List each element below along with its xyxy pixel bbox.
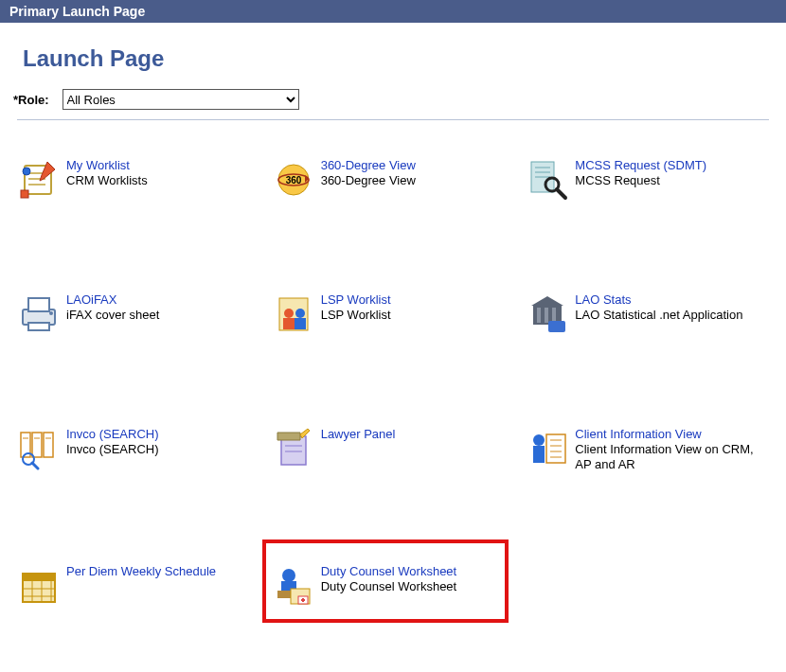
svg-line-39 (32, 463, 38, 469)
tile-text: LAOiFAX iFAX cover sheet (66, 292, 159, 323)
tile-link[interactable]: LAOiFAX (66, 292, 159, 307)
svg-rect-19 (28, 323, 49, 330)
sphere-360-icon: 360 (272, 158, 315, 202)
tile-lawyer-panel[interactable]: Lawyer Panel (272, 427, 515, 473)
tile-per-diem[interactable]: Per Diem Weekly Schedule (17, 564, 260, 608)
tile-lsp[interactable]: LSP Worklist LSP Worklist (272, 292, 515, 336)
svg-rect-47 (546, 434, 565, 463)
tile-desc: Invco (SEARCH) (66, 442, 159, 457)
tile-text: MCSS Request (SDMT) MCSS Request (575, 158, 706, 188)
tile-desc: LSP Worklist (321, 308, 391, 323)
tile-text: LAO Stats LAO Statistical .net Applicati… (575, 292, 742, 323)
docs-search-icon (17, 427, 61, 470)
tile-desc: Duty Counsel Worksheet (321, 579, 457, 594)
calendar-icon (17, 564, 61, 608)
svg-line-16 (557, 189, 565, 198)
tile-link[interactable]: My Worklist (66, 158, 148, 172)
tile-laoifax[interactable]: LAOiFAX iFAX cover sheet (17, 292, 260, 336)
tile-duty-counsel[interactable]: Duty Counsel Worksheet Duty Counsel Work… (272, 564, 515, 608)
tile-link[interactable]: 360-Degree View (321, 158, 416, 172)
tile-text: My Worklist CRM Worklists (66, 158, 148, 188)
person-files-icon (272, 564, 315, 608)
role-row: *Role: All Roles (13, 89, 769, 110)
svg-rect-31 (548, 321, 565, 332)
tile-text: Client Information View Client Informati… (575, 427, 769, 473)
svg-rect-18 (28, 298, 49, 311)
tile-link[interactable]: LSP Worklist (321, 292, 391, 307)
svg-rect-6 (21, 190, 28, 198)
tile-desc: 360-Degree View (321, 173, 416, 188)
launch-grid: My Worklist CRM Worklists 360 360-Degree… (17, 158, 769, 608)
svg-rect-25 (295, 318, 306, 329)
worklist-icon (17, 158, 61, 202)
tile-text: Duty Counsel Worksheet Duty Counsel Work… (321, 564, 457, 594)
role-label: *Role: (13, 93, 49, 107)
page-heading: Launch Page (23, 45, 769, 72)
tile-desc: Client Information View on CRM, AP and A… (575, 442, 769, 473)
svg-point-5 (23, 168, 30, 175)
tile-worklist[interactable]: My Worklist CRM Worklists (17, 158, 260, 202)
tile-360-view[interactable]: 360 360-Degree View 360-Degree View (272, 158, 515, 202)
svg-point-20 (49, 311, 53, 315)
content-area: Launch Page *Role: All Roles M (0, 23, 786, 636)
svg-rect-46 (533, 446, 545, 463)
page-title-bar: Primary Launch Page (0, 0, 786, 23)
tile-invco[interactable]: Invco (SEARCH) Invco (SEARCH) (17, 427, 260, 473)
tile-desc: iFAX cover sheet (66, 308, 159, 323)
svg-point-59 (282, 569, 295, 582)
svg-rect-33 (32, 433, 42, 457)
tile-text: Lawyer Panel (321, 427, 396, 442)
tile-laostats[interactable]: LAO Stats LAO Statistical .net Applicati… (526, 292, 769, 336)
tile-text: Invco (SEARCH) Invco (SEARCH) (66, 427, 159, 457)
page-title-text: Primary Launch Page (9, 4, 145, 19)
divider (17, 119, 769, 120)
svg-marker-26 (531, 296, 563, 306)
svg-marker-41 (277, 433, 300, 440)
stats-building-icon (526, 292, 569, 336)
svg-point-24 (295, 309, 305, 318)
client-info-icon (526, 427, 569, 470)
tile-text: 360-Degree View 360-Degree View (321, 158, 416, 188)
tile-desc: CRM Worklists (66, 173, 148, 188)
tile-link[interactable]: Duty Counsel Worksheet (321, 564, 457, 578)
tile-link[interactable]: Invco (SEARCH) (66, 427, 159, 441)
svg-rect-34 (44, 433, 53, 457)
tile-desc: LAO Statistical .net Application (575, 308, 742, 323)
svg-point-45 (533, 434, 545, 446)
tile-desc: MCSS Request (575, 173, 706, 188)
tile-text: Per Diem Weekly Schedule (66, 564, 216, 579)
tile-link[interactable]: Client Information View (575, 427, 769, 441)
tile-client-info[interactable]: Client Information View Client Informati… (526, 427, 769, 473)
tile-link[interactable]: Lawyer Panel (321, 427, 396, 441)
tile-text: LSP Worklist LSP Worklist (321, 292, 391, 323)
fax-icon (17, 292, 61, 336)
svg-rect-53 (23, 574, 55, 581)
document-search-icon (526, 158, 569, 202)
tile-link[interactable]: Per Diem Weekly Schedule (66, 564, 216, 578)
svg-point-22 (284, 309, 294, 318)
svg-rect-28 (537, 308, 541, 323)
tile-link[interactable]: LAO Stats (575, 292, 742, 307)
svg-rect-30 (552, 308, 556, 323)
tile-mcss[interactable]: MCSS Request (SDMT) MCSS Request (526, 158, 769, 202)
tile-link[interactable]: MCSS Request (SDMT) (575, 158, 706, 172)
notepad-icon (272, 427, 315, 470)
role-select[interactable]: All Roles (63, 89, 299, 110)
people-icon (272, 292, 315, 336)
svg-rect-23 (283, 318, 295, 329)
svg-rect-29 (545, 308, 548, 323)
svg-text:360: 360 (285, 175, 301, 186)
